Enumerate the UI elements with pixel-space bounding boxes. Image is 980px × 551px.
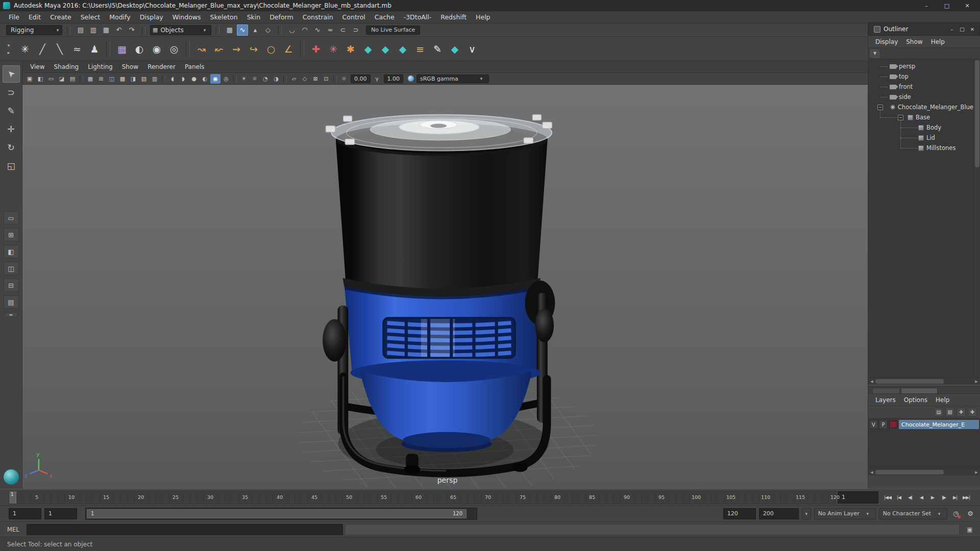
vp-bookmarks-button[interactable]: ◪ [57, 74, 67, 84]
lasso-tool-button[interactable]: ⊃ [3, 84, 20, 101]
layers-help-menu[interactable]: Help [932, 396, 953, 404]
shelf-smooth-weights-button[interactable]: ◆ [446, 40, 463, 58]
maya-sphere-icon[interactable] [4, 469, 19, 485]
undo-button[interactable]: ↶ [113, 24, 125, 36]
outliner-item-lid[interactable]: Lid [868, 133, 980, 143]
create-empty-layer-button[interactable]: ✚ [968, 408, 977, 417]
vp-image-plane-button[interactable]: ▤ [67, 74, 78, 84]
outliner-item-side[interactable]: side [868, 92, 980, 102]
scrollbar-track[interactable] [875, 469, 973, 475]
menu-3dtoall[interactable]: -3DtoAll- [399, 13, 436, 21]
vp-gate-mask-button[interactable]: ◨ [128, 74, 138, 84]
vp-smooth-shade-button[interactable]: ◗ [178, 74, 188, 84]
shelf-ik-handle-button[interactable]: ╱ [34, 40, 51, 58]
colorspace-selector[interactable]: sRGB gamma ▾ [416, 74, 489, 83]
vp-xray-button[interactable]: ▱ [289, 74, 299, 84]
playback-options-button[interactable]: ▾ [802, 508, 811, 519]
window-minimize-button[interactable]: – [917, 1, 936, 11]
shelf-attach-curve-button[interactable]: ↜ [210, 40, 228, 58]
auto-keyframe-toggle[interactable]: ◷ [950, 508, 962, 519]
menu-select[interactable]: Select [76, 13, 105, 21]
filter-icon[interactable]: ▼ [870, 49, 879, 58]
layer-horizontal-scrollbar[interactable]: ◀ ▶ [868, 468, 980, 475]
save-scene-button[interactable]: ▦ [101, 24, 112, 36]
menu-create[interactable]: Create [45, 13, 76, 21]
selection-mask-selector[interactable]: ▦ Objects ▾ [150, 25, 211, 35]
menu-modify[interactable]: Modify [105, 13, 135, 21]
shelf-spline-curve-button[interactable]: ≈ [68, 40, 86, 58]
snap-to-grids-button[interactable]: ▦ [224, 24, 235, 36]
shelf-add-influence-button[interactable]: ✚ [307, 40, 325, 58]
outliner-title-bar[interactable]: Outliner – □ ✕ [868, 22, 980, 36]
outliner-tree[interactable]: persp top front side − Chocolate_Melange… [868, 59, 980, 378]
shelf-create-joint-button[interactable]: ✳ [16, 40, 34, 58]
shelf-ik-spline-button[interactable]: ╲ [51, 40, 68, 58]
shelf-humanik-button[interactable]: ♟ [86, 40, 103, 58]
vp-occlusion-button[interactable]: ◑ [271, 74, 281, 84]
scrollbar-thumb[interactable] [875, 379, 944, 384]
gamma-field[interactable]: 1.00 [384, 74, 404, 83]
scrollbar-track[interactable] [875, 378, 973, 385]
step-back-frame-button[interactable]: ◀| [905, 492, 915, 503]
play-backward-button[interactable]: ◀ [916, 492, 926, 503]
layer-playback-toggle[interactable]: P [879, 420, 888, 429]
range-slider[interactable]: 1 120 [85, 508, 477, 520]
playback-end-field[interactable]: 120 [723, 508, 756, 519]
panel-menu-lighting[interactable]: Lighting [83, 63, 117, 70]
vp-shadows-button[interactable]: ◔ [260, 74, 271, 84]
layer-editor-tab[interactable] [901, 388, 938, 393]
symmetry-button[interactable]: ⊂ [337, 24, 349, 36]
menu-display[interactable]: Display [135, 13, 168, 21]
outliner-horizontal-scrollbar[interactable]: ◀ ▶ [868, 378, 980, 385]
menu-windows[interactable]: Windows [168, 13, 206, 21]
current-time-field[interactable]: 1 [838, 491, 878, 504]
collapse-expander-icon[interactable]: − [877, 105, 883, 110]
outliner-menu-help[interactable]: Help [927, 38, 949, 45]
vp-camera-attributes-button[interactable]: ▭ [46, 74, 56, 84]
menu-help[interactable]: Help [471, 13, 495, 21]
outliner-item-front[interactable]: front [868, 82, 980, 92]
step-back-key-button[interactable]: |◀ [894, 492, 904, 503]
layers-options-menu[interactable]: Options [900, 396, 932, 404]
animation-start-field[interactable]: 1 [9, 508, 41, 519]
scrollbar-thumb[interactable] [975, 60, 979, 167]
toolbar-grip[interactable] [278, 26, 282, 34]
vp-grid-button[interactable]: ⊞ [96, 74, 106, 84]
shelf-tab-menu-icon[interactable]: ▾ [8, 43, 10, 48]
scroll-left-icon[interactable]: ◀ [868, 378, 875, 385]
move-tool-button[interactable]: ✛ [3, 120, 20, 138]
snap-to-planes-button[interactable]: ◇ [262, 24, 274, 36]
shelf-menu-icon[interactable]: ▸ [8, 50, 10, 55]
toolbar-grip[interactable] [142, 26, 145, 34]
panel-menu-shading[interactable]: Shading [49, 63, 83, 70]
menu-cache[interactable]: Cache [370, 13, 399, 21]
layer-color-swatch[interactable] [889, 421, 897, 428]
outliner-item-top[interactable]: top [868, 71, 980, 82]
shelf-bind-skin-button[interactable]: ◐ [131, 40, 148, 58]
shelf-interactive-bind-button[interactable]: ◉ [148, 40, 165, 58]
vp-bounding-box-button[interactable]: ◐ [200, 74, 210, 84]
menu-edit[interactable]: Edit [24, 13, 45, 21]
redo-button[interactable]: ↷ [126, 24, 137, 36]
vp-isolate-select-button[interactable]: ⊠ [310, 74, 321, 84]
vp-flat-shade-button[interactable]: ● [189, 74, 199, 84]
open-scene-button[interactable]: ▥ [88, 24, 99, 36]
shelf-insert-knot-button[interactable]: ⇝ [228, 40, 245, 58]
outliner-maximize-button[interactable]: □ [957, 24, 967, 34]
vp-default-lighting-button[interactable]: ☀ [239, 74, 249, 84]
vp-resolution-gate-button[interactable]: ▩ [117, 74, 128, 84]
scroll-right-icon[interactable]: ▶ [973, 378, 980, 385]
vp-textured-button[interactable]: ◉ [210, 74, 220, 84]
shelf-copy-skin-weights-button[interactable]: ▦ [113, 40, 131, 58]
menu-skin[interactable]: Skin [242, 13, 265, 21]
shelf-paint-weights-button[interactable]: ✎ [429, 40, 446, 58]
vp-plugin-button[interactable]: ⊡ [321, 74, 331, 84]
exposure-field[interactable]: 0.00 [351, 74, 371, 83]
panel-menu-panels[interactable]: Panels [180, 63, 209, 70]
snap-to-points-button[interactable]: ▴ [250, 24, 261, 36]
vp-safe-action-button[interactable]: ▥ [150, 74, 160, 84]
snap-to-curves-button[interactable]: ∿ [237, 24, 248, 36]
select-tool-button[interactable]: ➤ [3, 65, 20, 83]
outliner-menu-show[interactable]: Show [902, 38, 926, 45]
angle-snap-button[interactable]: ⊃ [350, 24, 361, 36]
